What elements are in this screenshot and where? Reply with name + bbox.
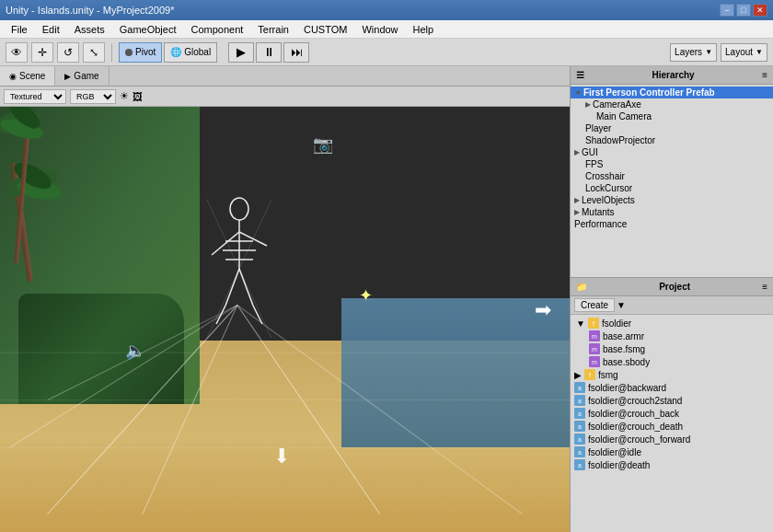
play-button[interactable]: ▶	[228, 42, 254, 63]
hierarchy-label-levelObjects: LevelObjects	[582, 195, 635, 205]
move-arrow-scene: ⬇	[273, 445, 290, 468]
layout-dropdown[interactable]: Layout ▼	[721, 43, 767, 62]
project-item-base-fsmg[interactable]: m base.fsmg	[571, 342, 773, 355]
menu-custom[interactable]: CUSTOM	[296, 20, 354, 39]
hierarchy-item-cameraAxe[interactable]: ▶ CameraAxe	[571, 98, 773, 110]
svg-point-0	[230, 198, 248, 220]
shrubs	[18, 294, 184, 404]
hierarchy-item-player[interactable]: Player	[571, 122, 773, 134]
game-tab-label: Game	[74, 71, 98, 81]
global-icon: 🌐	[170, 47, 181, 57]
pause-button[interactable]: ⏸	[256, 42, 282, 63]
minimize-button[interactable]: −	[720, 4, 734, 17]
sun-vc-icon[interactable]: ☀	[120, 90, 129, 102]
project-item-fsoldier-crouch-back[interactable]: a fsoldier@crouch_back	[571, 407, 773, 420]
create-button[interactable]: Create	[574, 298, 615, 312]
project-item-base-armr[interactable]: m base.armr	[571, 330, 773, 342]
hierarchy-item-performance[interactable]: Performance	[571, 218, 773, 230]
character-wireframe	[202, 195, 276, 342]
project-header: 📁 Project ≡	[571, 278, 773, 296]
layers-dropdown[interactable]: Layers ▼	[670, 43, 717, 62]
window-controls: − □ ✕	[720, 4, 767, 17]
rotate-tool-button[interactable]: ↺	[57, 42, 79, 63]
project-item-fsoldier-death[interactable]: a fsoldier@death	[571, 458, 773, 471]
hierarchy-label-lockCursor: LockCursor	[585, 183, 632, 193]
scene-view[interactable]: 📷	[0, 107, 570, 532]
speaker-icon-scene: 🔈	[125, 341, 145, 361]
project-item-fsoldier-crouch-forward[interactable]: a fsoldier@crouch_forward	[571, 433, 773, 445]
hierarchy-item-gui[interactable]: ▶ GUI	[571, 146, 773, 158]
crouch-forward-anim-icon: a	[574, 434, 585, 445]
scene-tab-label: Scene	[19, 71, 45, 81]
hierarchy-label-gui: GUI	[582, 147, 598, 157]
tab-scene[interactable]: ◉ Scene	[0, 66, 55, 86]
svg-line-2	[212, 232, 239, 255]
scale-tool-button[interactable]: ⤡	[83, 42, 105, 63]
close-button[interactable]: ✕	[753, 4, 767, 17]
project-item-base-sbody[interactable]: m base.sbody	[571, 355, 773, 368]
fsoldier-folder-icon: f	[588, 318, 599, 329]
crouch-death-label: fsoldier@crouch_death	[588, 422, 683, 432]
project-menu-icon[interactable]: ≡	[762, 282, 767, 292]
pivot-label: Pivot	[135, 47, 156, 57]
menu-gameobject[interactable]: GameObject	[112, 20, 184, 39]
project-item-fsoldier-crouch2stand[interactable]: a fsoldier@crouch2stand	[571, 394, 773, 407]
death-anim-icon: a	[574, 459, 585, 470]
layers-layout-group: Layers ▼ Layout ▼	[670, 43, 767, 62]
base-sbody-icon: m	[589, 356, 600, 367]
toolbar: 👁 ✛ ↺ ⤡ Pivot 🌐 Global ▶ ⏸ ⏭ Layers ▼ La…	[0, 39, 773, 66]
eye-tool-button[interactable]: 👁	[6, 42, 28, 63]
hierarchy-item-shadowProjector[interactable]: ShadowProjector	[571, 134, 773, 146]
hierarchy-item-mutants[interactable]: ▶ Mutants	[571, 206, 773, 218]
step-button[interactable]: ⏭	[283, 42, 309, 63]
pivot-button[interactable]: Pivot	[119, 42, 162, 63]
hierarchy-arrow-levelObjects: ▶	[574, 196, 580, 204]
hierarchy-panel: ☰ Hierarchy ≡ ▼ First Person Controller …	[571, 66, 773, 278]
hierarchy-icon: ☰	[576, 70, 584, 80]
crouch-back-anim-icon: a	[574, 408, 585, 419]
menu-window[interactable]: Window	[354, 20, 405, 39]
shading-select[interactable]: Textured Wireframe	[4, 89, 66, 104]
toolbar-separator-1	[111, 43, 112, 62]
image-vc-icon[interactable]: 🖼	[133, 91, 143, 102]
title-text: Unity - Islands.unity - MyProject2009*	[6, 5, 174, 16]
idle-label: fsoldier@idle	[588, 447, 641, 457]
menu-component[interactable]: Component	[183, 20, 250, 39]
hierarchy-item-levelObjects[interactable]: ▶ LevelObjects	[571, 194, 773, 206]
layout-label: Layout	[725, 47, 753, 57]
hierarchy-item-fps[interactable]: FPS	[571, 158, 773, 170]
hierarchy-item-mainCamera[interactable]: Main Camera	[571, 110, 773, 122]
layers-label: Layers	[675, 47, 702, 57]
project-list: ▼ f fsoldier m base.armr m base.fsmg m b…	[571, 315, 773, 532]
pivot-dot	[125, 49, 133, 56]
menu-terrain[interactable]: Terrain	[250, 20, 296, 39]
base-fsmg-icon: m	[589, 343, 600, 354]
maximize-button[interactable]: □	[736, 4, 751, 17]
menu-edit[interactable]: Edit	[35, 20, 67, 39]
hierarchy-label-fps: FPS	[585, 159, 603, 169]
tab-game[interactable]: ▶ Game	[55, 66, 109, 86]
menu-assets[interactable]: Assets	[67, 20, 112, 39]
hierarchy-arrow-fpc: ▼	[573, 89, 582, 97]
hierarchy-item-fpc[interactable]: ▼ First Person Controller Prefab	[571, 87, 773, 98]
hierarchy-menu-icon[interactable]: ≡	[762, 70, 767, 80]
move-tool-button[interactable]: ✛	[31, 42, 53, 63]
project-item-fsoldier-idle[interactable]: a fsoldier@idle	[571, 445, 773, 458]
title-bar: Unity - Islands.unity - MyProject2009* −…	[0, 0, 773, 20]
project-item-fsoldier-backward[interactable]: a fsoldier@backward	[571, 381, 773, 394]
hierarchy-item-crosshair[interactable]: Crosshair	[571, 170, 773, 182]
hierarchy-item-lockCursor[interactable]: LockCursor	[571, 182, 773, 194]
global-button[interactable]: 🌐 Global	[164, 42, 217, 63]
viewport-area: ◉ Scene ▶ Game Textured Wireframe RGB Al…	[0, 66, 571, 532]
project-item-fsoldier-crouch-death[interactable]: a fsoldier@crouch_death	[571, 420, 773, 433]
project-item-fsmg[interactable]: ▶ f fsmg	[571, 368, 773, 381]
menu-help[interactable]: Help	[406, 20, 442, 39]
channel-select[interactable]: RGB Alpha	[70, 89, 116, 104]
base-fsmg-label: base.fsmg	[603, 344, 645, 354]
base-sbody-label: base.sbody	[603, 357, 650, 367]
layout-arrow-icon: ▼	[756, 48, 763, 56]
menu-file[interactable]: File	[4, 20, 35, 39]
viewport-controls: Textured Wireframe RGB Alpha ☀ 🖼	[0, 87, 570, 107]
base-armr-label: base.armr	[603, 331, 644, 341]
project-item-fsoldier[interactable]: ▼ f fsoldier	[571, 317, 773, 330]
